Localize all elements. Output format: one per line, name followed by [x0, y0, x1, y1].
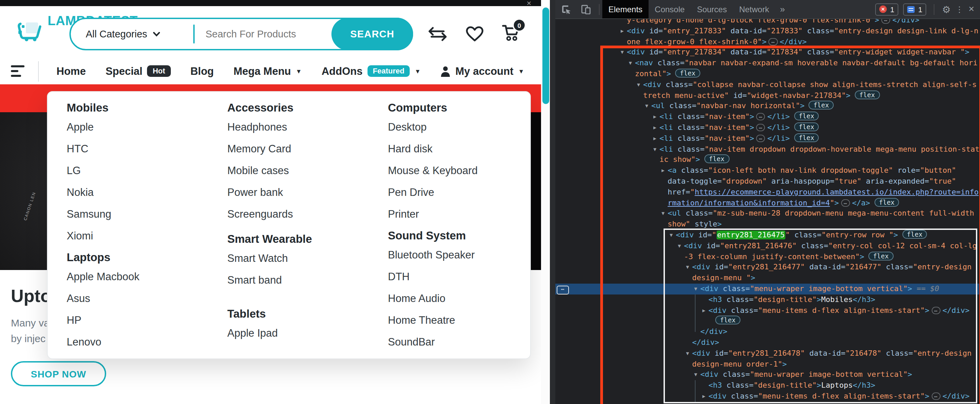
collapsed-children-icon[interactable]: …: [756, 113, 765, 120]
dom-tree-line[interactable]: ▼<ul class="mz-sub-menu-28 dropdown-menu…: [555, 209, 980, 219]
flex-badge[interactable]: flex: [794, 133, 819, 142]
flex-badge[interactable]: flex: [675, 69, 700, 78]
inspect-element-icon[interactable]: [555, 5, 576, 14]
collapse-arrow-icon[interactable]: ▶: [620, 26, 627, 37]
dom-tree-line[interactable]: ▶<li class="nav-item">…</li>flex: [555, 122, 980, 133]
dom-tree-line[interactable]: ▶<div id="entry_217833" data-id="217833"…: [555, 26, 980, 37]
dom-tree-line[interactable]: zontal">flex: [555, 69, 980, 79]
collapsed-children-icon[interactable]: …: [931, 306, 940, 314]
mega-menu-item[interactable]: Smart Watch: [227, 247, 380, 269]
mega-menu-item[interactable]: HP: [67, 309, 220, 331]
collapse-arrow-icon[interactable]: ▶: [702, 305, 708, 316]
dom-tree-line[interactable]: ▼<div id="entry_217834" data-id="217834"…: [555, 47, 980, 58]
dom-tree-line[interactable]: ▶<div class="menu-items d-flex align-ite…: [555, 391, 980, 402]
mega-menu-item[interactable]: Hard disk: [388, 138, 541, 160]
device-toolbar-icon[interactable]: [576, 5, 596, 14]
collapsed-children-icon[interactable]: …: [769, 38, 778, 45]
mega-menu-item[interactable]: HTC: [67, 138, 220, 160]
dom-tree-line[interactable]: ic show">flex: [555, 155, 980, 166]
mega-menu-item[interactable]: SoundBar: [388, 331, 541, 353]
category-dropdown[interactable]: All Categories: [71, 29, 193, 40]
expand-arrow-icon[interactable]: ▼: [678, 241, 684, 251]
mega-menu-item[interactable]: Bluetooth Speaker: [388, 244, 541, 266]
nav-mega-menu[interactable]: Mega Menu▼: [234, 65, 302, 77]
wishlist-heart-icon[interactable]: [466, 26, 484, 42]
mega-menu-item[interactable]: Apple Macbook: [67, 266, 220, 288]
dom-tree-line[interactable]: ▶<li class="nav-item">…</li>flex: [555, 133, 980, 144]
expand-arrow-icon[interactable]: ▼: [662, 209, 668, 219]
dom-tree-line[interactable]: ▼<div id="entry281_216476" class="entry-…: [555, 241, 980, 251]
collapse-arrow-icon[interactable]: ▶: [702, 391, 708, 402]
devtools-drag-divider[interactable]: [550, 0, 555, 404]
line-actions-icon[interactable]: ⋯: [557, 285, 569, 294]
dom-tree-line[interactable]: ▼<div class="menu-wraper image-bottom ve…: [555, 370, 980, 380]
dom-tree-line[interactable]: rmation/information&information_id=4">…<…: [555, 198, 980, 209]
kebab-menu-icon[interactable]: ⋮: [956, 5, 964, 14]
browser-scrollbar-thumb[interactable]: [542, 8, 549, 104]
mega-menu-item[interactable]: Smart band: [227, 269, 380, 291]
collapsed-children-icon[interactable]: …: [931, 393, 940, 400]
mega-menu-item[interactable]: Desktop: [388, 116, 541, 138]
mega-menu-item[interactable]: Nokia: [67, 182, 220, 203]
mega-menu-item[interactable]: Pen Drive: [388, 182, 541, 203]
dom-tree-line[interactable]: show" style>: [555, 219, 980, 230]
expand-arrow-icon[interactable]: ▼: [694, 370, 700, 380]
devtools-close-icon[interactable]: ✕: [969, 5, 975, 14]
dom-tree-line[interactable]: ▼<nav class="navbar navbar-expand-sm hov…: [555, 58, 980, 69]
collapse-arrow-icon[interactable]: ▶: [662, 165, 668, 176]
close-icon[interactable]: ✕: [527, 0, 531, 7]
more-tabs-icon[interactable]: »: [775, 4, 789, 14]
dom-tree-line[interactable]: <h3 class="design-title">Laptops</h3>: [555, 380, 980, 391]
flex-badge[interactable]: flex: [902, 230, 927, 239]
dom-tree-line[interactable]: one flex-grow-0 flex-shrink-0">…</div>: [555, 36, 980, 47]
mega-menu-item[interactable]: DTH: [388, 266, 541, 288]
expand-arrow-icon[interactable]: ▼: [620, 47, 627, 58]
expand-arrow-icon[interactable]: ▼: [694, 284, 700, 295]
mega-menu-item[interactable]: Screenguards: [227, 203, 380, 225]
dom-tree-line[interactable]: data-toggle="dropdown" aria-haspopup="tr…: [555, 176, 980, 187]
dom-tree-line[interactable]: </div>: [555, 337, 980, 348]
dom-tree-line[interactable]: ▶<li class="nav-item">…</li>flex: [555, 111, 980, 122]
issues-badge[interactable]: 1: [903, 3, 926, 15]
browser-scrollbar-track[interactable]: [541, 6, 550, 404]
mega-menu-item[interactable]: Apple: [67, 116, 220, 138]
mega-menu-item[interactable]: Apple Ipad: [227, 322, 380, 344]
dom-tree-line[interactable]: ▶<a class="icon-left both nav-link dropd…: [555, 165, 980, 176]
dom-tree-line[interactable]: ▼<li class="nav-item dropdown dropdown-h…: [555, 144, 980, 155]
flex-badge[interactable]: flex: [794, 111, 819, 120]
mega-menu-item[interactable]: Home Audio: [388, 288, 541, 309]
dom-tree-line[interactable]: ▼<div class="menu-wraper image-bottom ve…: [555, 284, 980, 295]
dom-tree-line[interactable]: flex: [555, 316, 980, 327]
expand-arrow-icon[interactable]: ▼: [686, 262, 692, 273]
dom-tree-line[interactable]: design-menu order-1">: [555, 359, 980, 370]
mega-menu-item[interactable]: Mouse & Keyboard: [388, 160, 541, 182]
collapsed-children-icon[interactable]: …: [841, 199, 850, 206]
expand-arrow-icon[interactable]: ▼: [637, 79, 643, 90]
nav-addons[interactable]: AddOns Featured ▼: [321, 65, 421, 77]
flex-badge[interactable]: flex: [808, 101, 834, 110]
expand-arrow-icon[interactable]: ▼: [670, 230, 676, 241]
mega-menu-item[interactable]: Home Theatre: [388, 309, 541, 331]
cart-button[interactable]: 0: [501, 24, 521, 44]
flex-badge[interactable]: flex: [874, 198, 899, 206]
dom-tree-line[interactable]: ▼<div class="collapse navbar-collapse sh…: [555, 79, 980, 90]
expand-arrow-icon[interactable]: ▼: [686, 348, 692, 359]
console-errors-badge[interactable]: ✕ 1: [875, 3, 898, 15]
mega-menu-item[interactable]: Lenovo: [67, 331, 220, 353]
dom-tree-line[interactable]: ▶<div class="menu-items d-flex align-ite…: [555, 305, 980, 316]
collapse-arrow-icon[interactable]: ▶: [653, 133, 659, 144]
settings-gear-icon[interactable]: ⚙: [942, 4, 950, 14]
mega-menu-item[interactable]: Memory Card: [227, 138, 380, 160]
flex-badge[interactable]: flex: [869, 251, 894, 260]
tab-elements[interactable]: Elements: [602, 0, 649, 18]
tab-sources[interactable]: Sources: [691, 0, 733, 18]
collapsed-children-icon[interactable]: …: [756, 135, 765, 142]
dom-tree-line[interactable]: ▼<ul class="navbar-nav horizontal">flex: [555, 101, 980, 112]
nav-my-account[interactable]: My account▼: [440, 65, 524, 77]
expand-arrow-icon[interactable]: ▼: [645, 101, 651, 112]
dom-tree-line[interactable]: ▼<div id="entry281_216477" data-id="2164…: [555, 262, 980, 273]
tab-network[interactable]: Network: [733, 0, 775, 18]
nav-home[interactable]: Home: [56, 65, 86, 77]
mega-menu-item[interactable]: Xiomi: [67, 225, 220, 247]
flex-badge[interactable]: flex: [854, 90, 880, 99]
